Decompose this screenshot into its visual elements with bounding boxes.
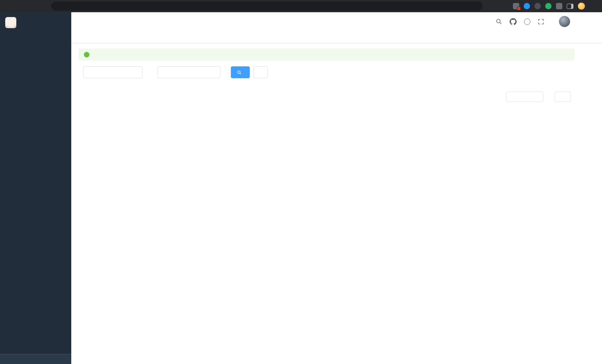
forward-icon[interactable]	[16, 2, 24, 10]
share-icon[interactable]	[488, 2, 496, 10]
home-icon[interactable]	[38, 2, 46, 10]
extension-badge	[517, 7, 521, 10]
browser-chrome	[0, 0, 602, 12]
navbar	[71, 12, 602, 31]
extension-icon[interactable]	[545, 3, 552, 9]
tags-view-bar	[71, 31, 602, 43]
browser-toolbar-right	[488, 2, 598, 10]
user-type-select[interactable]	[157, 66, 220, 78]
bookmark-star-icon[interactable]	[500, 2, 508, 10]
extension-icon[interactable]	[524, 3, 530, 9]
page-content	[71, 43, 602, 109]
user-id-input[interactable]	[83, 66, 143, 78]
sidebar-menu-bottom	[0, 354, 71, 364]
filter-bar	[79, 66, 575, 78]
search-icon[interactable]	[495, 18, 502, 25]
pagination	[79, 92, 575, 102]
url-bar[interactable]	[51, 1, 482, 11]
navbar-right	[495, 16, 576, 27]
github-icon[interactable]	[510, 18, 517, 25]
back-icon[interactable]	[4, 2, 13, 10]
browser-menu-icon[interactable]	[589, 2, 598, 10]
app-logo	[5, 17, 16, 28]
page-size-select[interactable]	[506, 92, 543, 102]
fullscreen-icon[interactable]	[538, 19, 544, 25]
reset-button[interactable]	[253, 66, 268, 78]
extension-icon[interactable]	[534, 3, 541, 9]
reload-icon[interactable]	[27, 2, 35, 10]
side-panel-icon[interactable]	[567, 4, 573, 9]
sidebar-menu	[0, 33, 71, 354]
browser-profile-avatar[interactable]	[578, 3, 585, 10]
goto-page-input[interactable]	[554, 92, 571, 102]
success-check-icon	[84, 52, 89, 57]
main-area	[71, 12, 602, 364]
hamburger-fold-icon[interactable]	[76, 20, 81, 23]
search-button[interactable]	[231, 66, 250, 78]
logo-bar[interactable]	[0, 12, 71, 33]
extension-icon[interactable]	[513, 3, 519, 9]
doc-alert	[79, 49, 575, 60]
avatar	[559, 16, 570, 27]
sidebar	[0, 12, 71, 364]
user-menu[interactable]	[559, 16, 576, 27]
help-icon[interactable]	[524, 19, 530, 25]
extensions-puzzle-icon[interactable]	[556, 3, 562, 9]
